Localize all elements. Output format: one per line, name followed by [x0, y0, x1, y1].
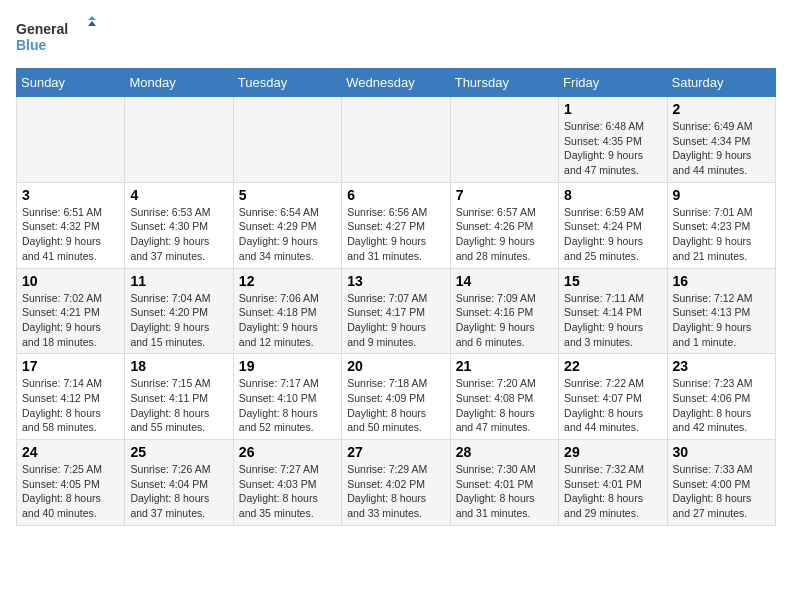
day-info: Sunrise: 6:53 AM Sunset: 4:30 PM Dayligh… [130, 205, 227, 264]
day-cell: 8Sunrise: 6:59 AM Sunset: 4:24 PM Daylig… [559, 182, 667, 268]
col-header-monday: Monday [125, 69, 233, 97]
day-number: 3 [22, 187, 119, 203]
day-number: 8 [564, 187, 661, 203]
col-header-tuesday: Tuesday [233, 69, 341, 97]
day-cell: 9Sunrise: 7:01 AM Sunset: 4:23 PM Daylig… [667, 182, 775, 268]
week-row-2: 3Sunrise: 6:51 AM Sunset: 4:32 PM Daylig… [17, 182, 776, 268]
day-cell: 2Sunrise: 6:49 AM Sunset: 4:34 PM Daylig… [667, 97, 775, 183]
week-row-5: 24Sunrise: 7:25 AM Sunset: 4:05 PM Dayli… [17, 440, 776, 526]
col-header-sunday: Sunday [17, 69, 125, 97]
day-info: Sunrise: 7:32 AM Sunset: 4:01 PM Dayligh… [564, 462, 661, 521]
day-number: 25 [130, 444, 227, 460]
week-row-4: 17Sunrise: 7:14 AM Sunset: 4:12 PM Dayli… [17, 354, 776, 440]
col-header-friday: Friday [559, 69, 667, 97]
day-number: 6 [347, 187, 444, 203]
day-info: Sunrise: 7:22 AM Sunset: 4:07 PM Dayligh… [564, 376, 661, 435]
day-info: Sunrise: 7:33 AM Sunset: 4:00 PM Dayligh… [673, 462, 770, 521]
day-info: Sunrise: 6:57 AM Sunset: 4:26 PM Dayligh… [456, 205, 553, 264]
day-number: 10 [22, 273, 119, 289]
day-cell: 1Sunrise: 6:48 AM Sunset: 4:35 PM Daylig… [559, 97, 667, 183]
day-info: Sunrise: 7:27 AM Sunset: 4:03 PM Dayligh… [239, 462, 336, 521]
day-number: 30 [673, 444, 770, 460]
day-info: Sunrise: 7:17 AM Sunset: 4:10 PM Dayligh… [239, 376, 336, 435]
day-number: 21 [456, 358, 553, 374]
logo: General Blue [16, 16, 96, 56]
day-cell: 11Sunrise: 7:04 AM Sunset: 4:20 PM Dayli… [125, 268, 233, 354]
day-cell: 19Sunrise: 7:17 AM Sunset: 4:10 PM Dayli… [233, 354, 341, 440]
day-number: 23 [673, 358, 770, 374]
day-info: Sunrise: 7:02 AM Sunset: 4:21 PM Dayligh… [22, 291, 119, 350]
day-cell: 24Sunrise: 7:25 AM Sunset: 4:05 PM Dayli… [17, 440, 125, 526]
day-info: Sunrise: 7:12 AM Sunset: 4:13 PM Dayligh… [673, 291, 770, 350]
day-number: 14 [456, 273, 553, 289]
day-cell [450, 97, 558, 183]
day-number: 15 [564, 273, 661, 289]
day-number: 4 [130, 187, 227, 203]
col-header-saturday: Saturday [667, 69, 775, 97]
header: General Blue [16, 16, 776, 56]
day-info: Sunrise: 7:23 AM Sunset: 4:06 PM Dayligh… [673, 376, 770, 435]
day-cell: 7Sunrise: 6:57 AM Sunset: 4:26 PM Daylig… [450, 182, 558, 268]
day-cell: 23Sunrise: 7:23 AM Sunset: 4:06 PM Dayli… [667, 354, 775, 440]
day-cell: 21Sunrise: 7:20 AM Sunset: 4:08 PM Dayli… [450, 354, 558, 440]
week-row-1: 1Sunrise: 6:48 AM Sunset: 4:35 PM Daylig… [17, 97, 776, 183]
day-cell [125, 97, 233, 183]
day-cell: 14Sunrise: 7:09 AM Sunset: 4:16 PM Dayli… [450, 268, 558, 354]
day-number: 27 [347, 444, 444, 460]
day-cell: 10Sunrise: 7:02 AM Sunset: 4:21 PM Dayli… [17, 268, 125, 354]
day-cell: 3Sunrise: 6:51 AM Sunset: 4:32 PM Daylig… [17, 182, 125, 268]
day-cell: 17Sunrise: 7:14 AM Sunset: 4:12 PM Dayli… [17, 354, 125, 440]
day-cell [17, 97, 125, 183]
day-cell: 25Sunrise: 7:26 AM Sunset: 4:04 PM Dayli… [125, 440, 233, 526]
day-number: 11 [130, 273, 227, 289]
day-number: 19 [239, 358, 336, 374]
day-cell [342, 97, 450, 183]
day-info: Sunrise: 7:25 AM Sunset: 4:05 PM Dayligh… [22, 462, 119, 521]
day-number: 12 [239, 273, 336, 289]
day-info: Sunrise: 7:26 AM Sunset: 4:04 PM Dayligh… [130, 462, 227, 521]
day-cell: 29Sunrise: 7:32 AM Sunset: 4:01 PM Dayli… [559, 440, 667, 526]
day-number: 17 [22, 358, 119, 374]
day-cell [233, 97, 341, 183]
day-cell: 30Sunrise: 7:33 AM Sunset: 4:00 PM Dayli… [667, 440, 775, 526]
day-info: Sunrise: 7:09 AM Sunset: 4:16 PM Dayligh… [456, 291, 553, 350]
day-info: Sunrise: 7:14 AM Sunset: 4:12 PM Dayligh… [22, 376, 119, 435]
svg-text:General: General [16, 21, 68, 37]
day-number: 20 [347, 358, 444, 374]
day-cell: 12Sunrise: 7:06 AM Sunset: 4:18 PM Dayli… [233, 268, 341, 354]
day-number: 5 [239, 187, 336, 203]
col-header-thursday: Thursday [450, 69, 558, 97]
day-number: 2 [673, 101, 770, 117]
day-info: Sunrise: 7:15 AM Sunset: 4:11 PM Dayligh… [130, 376, 227, 435]
header-row: SundayMondayTuesdayWednesdayThursdayFrid… [17, 69, 776, 97]
day-cell: 6Sunrise: 6:56 AM Sunset: 4:27 PM Daylig… [342, 182, 450, 268]
day-info: Sunrise: 7:18 AM Sunset: 4:09 PM Dayligh… [347, 376, 444, 435]
day-info: Sunrise: 7:30 AM Sunset: 4:01 PM Dayligh… [456, 462, 553, 521]
day-cell: 20Sunrise: 7:18 AM Sunset: 4:09 PM Dayli… [342, 354, 450, 440]
day-info: Sunrise: 6:48 AM Sunset: 4:35 PM Dayligh… [564, 119, 661, 178]
day-number: 26 [239, 444, 336, 460]
day-info: Sunrise: 7:20 AM Sunset: 4:08 PM Dayligh… [456, 376, 553, 435]
day-number: 1 [564, 101, 661, 117]
day-info: Sunrise: 6:49 AM Sunset: 4:34 PM Dayligh… [673, 119, 770, 178]
day-number: 16 [673, 273, 770, 289]
day-info: Sunrise: 7:04 AM Sunset: 4:20 PM Dayligh… [130, 291, 227, 350]
col-header-wednesday: Wednesday [342, 69, 450, 97]
day-info: Sunrise: 7:29 AM Sunset: 4:02 PM Dayligh… [347, 462, 444, 521]
day-cell: 18Sunrise: 7:15 AM Sunset: 4:11 PM Dayli… [125, 354, 233, 440]
svg-text:Blue: Blue [16, 37, 47, 53]
day-cell: 16Sunrise: 7:12 AM Sunset: 4:13 PM Dayli… [667, 268, 775, 354]
calendar-table: SundayMondayTuesdayWednesdayThursdayFrid… [16, 68, 776, 526]
day-info: Sunrise: 7:01 AM Sunset: 4:23 PM Dayligh… [673, 205, 770, 264]
day-info: Sunrise: 6:59 AM Sunset: 4:24 PM Dayligh… [564, 205, 661, 264]
logo-svg: General Blue [16, 16, 96, 56]
day-info: Sunrise: 6:54 AM Sunset: 4:29 PM Dayligh… [239, 205, 336, 264]
day-cell: 15Sunrise: 7:11 AM Sunset: 4:14 PM Dayli… [559, 268, 667, 354]
day-number: 18 [130, 358, 227, 374]
day-info: Sunrise: 6:56 AM Sunset: 4:27 PM Dayligh… [347, 205, 444, 264]
day-cell: 27Sunrise: 7:29 AM Sunset: 4:02 PM Dayli… [342, 440, 450, 526]
day-cell: 5Sunrise: 6:54 AM Sunset: 4:29 PM Daylig… [233, 182, 341, 268]
day-info: Sunrise: 7:11 AM Sunset: 4:14 PM Dayligh… [564, 291, 661, 350]
day-number: 29 [564, 444, 661, 460]
day-cell: 4Sunrise: 6:53 AM Sunset: 4:30 PM Daylig… [125, 182, 233, 268]
